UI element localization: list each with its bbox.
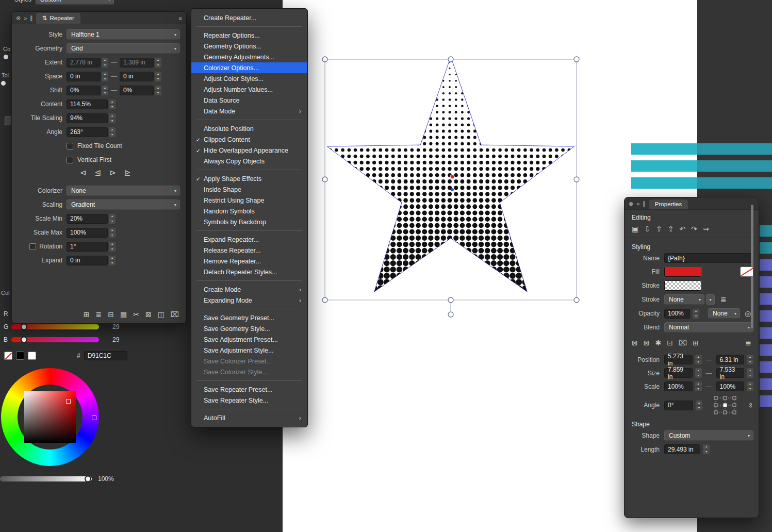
stepper-up-icon[interactable]: ▴ xyxy=(693,309,699,314)
anchor-center[interactable] xyxy=(724,404,727,407)
transparency-icon[interactable]: ◎ xyxy=(745,310,751,317)
menu-item-colorizer-options[interactable]: Colorizer Options... xyxy=(191,62,307,73)
stepper-down-icon[interactable]: ▾ xyxy=(693,314,699,319)
swatch-bar[interactable] xyxy=(760,378,772,390)
collapse-panel-icon[interactable]: » xyxy=(636,198,639,209)
geometry-dropdown[interactable]: Grid ▾ xyxy=(67,43,180,54)
position-x-field[interactable]: 5.273 in xyxy=(664,355,693,364)
stepper-up-icon[interactable]: ▴ xyxy=(109,127,116,132)
space-y-field[interactable]: 0 in xyxy=(120,72,154,81)
selection-handle-rotation[interactable] xyxy=(448,312,453,317)
menu-item-expanding-mode[interactable]: Expanding Mode› xyxy=(191,295,307,306)
stepper-up-icon[interactable]: ▴ xyxy=(695,381,702,387)
style-dropdown[interactable]: Halftone 1 ▾ xyxy=(67,29,180,40)
menu-item-detach-repeater-styles[interactable]: Detach Repeater Styles... xyxy=(191,267,307,277)
hex-input[interactable]: D91C1C xyxy=(84,351,127,360)
size-x-stepper[interactable]: ▴▾ xyxy=(695,368,702,378)
menu-item-save-geometry-style[interactable]: Save Geometry Style... xyxy=(191,323,307,334)
menu-item-adjust-number-values[interactable]: Adjust Number Values... xyxy=(191,84,307,95)
scale-y-stepper[interactable]: ▴▾ xyxy=(747,381,753,391)
styles-dropdown[interactable]: Custom ▾ xyxy=(36,0,114,5)
tile-scaling-stepper[interactable]: ▴▾ xyxy=(109,113,116,123)
expand-bounds-icon[interactable]: ⊠ xyxy=(145,311,152,318)
menu-item-data-mode[interactable]: Data Mode› xyxy=(191,106,307,117)
center-marker[interactable] xyxy=(451,188,454,191)
color-wheel[interactable] xyxy=(1,368,99,466)
selection-handle-bottom-left[interactable] xyxy=(322,297,327,303)
swatch-bar[interactable] xyxy=(760,259,772,271)
radio-knob-icon[interactable] xyxy=(3,54,9,60)
stepper-up-icon[interactable]: ▴ xyxy=(109,99,116,105)
shift-y-stepper[interactable]: ▴▾ xyxy=(155,86,161,95)
stepper-up-icon[interactable]: ▴ xyxy=(109,228,116,233)
color-opacity-slider[interactable] xyxy=(0,476,92,481)
add-repeater-icon[interactable]: ⊞ xyxy=(84,311,90,318)
stepper-down-icon[interactable]: ▾ xyxy=(155,63,161,68)
scale-min-field[interactable]: 20% xyxy=(67,214,108,224)
swatch-bar[interactable] xyxy=(760,395,772,407)
delete-style-icon[interactable]: ⌧ xyxy=(679,339,687,346)
selection-handle-bottom-center[interactable] xyxy=(448,297,453,303)
teal-swatch-bar[interactable] xyxy=(631,143,772,155)
no-color-swatch[interactable] xyxy=(4,352,12,360)
stepper-up-icon[interactable]: ▴ xyxy=(109,113,116,119)
panel-menu-icon[interactable]: ≡ xyxy=(179,12,182,24)
shift-y-field[interactable]: 0% xyxy=(120,86,154,95)
opacity-stepper[interactable]: ▴▾ xyxy=(693,309,699,319)
stepper-down-icon[interactable]: ▾ xyxy=(102,63,108,68)
stepper-down-icon[interactable]: ▾ xyxy=(109,132,116,137)
scaling-dropdown[interactable]: Gradient ▾ xyxy=(67,200,180,210)
angle-field[interactable]: 263° xyxy=(67,127,108,137)
delete-icon[interactable]: ⌧ xyxy=(171,311,179,318)
fill-color-swatch[interactable] xyxy=(664,267,701,277)
extent-x-stepper[interactable]: ▴▾ xyxy=(102,58,108,68)
menu-item-save-adjustment-style[interactable]: Save Adjustment Style... xyxy=(191,345,307,356)
stepper-down-icon[interactable]: ▾ xyxy=(102,91,108,95)
menu-item-random-symbols[interactable]: Random Symbols xyxy=(191,206,307,217)
menu-item-create-mode[interactable]: Create Mode› xyxy=(191,284,307,295)
clear-fill-icon[interactable]: ⊠ xyxy=(632,339,638,346)
stepper-up-icon[interactable]: ▴ xyxy=(102,58,108,63)
length-field[interactable]: 29.493 in xyxy=(664,444,700,454)
redo-icon[interactable]: ↷ xyxy=(691,225,697,232)
shape-dropdown[interactable]: Custom ▾ xyxy=(664,430,753,441)
size-y-stepper[interactable]: ▴▾ xyxy=(747,368,753,378)
tab-repeater[interactable]: ⇅ Repeater xyxy=(36,13,80,24)
content-stepper[interactable]: ▴▾ xyxy=(109,99,116,109)
menu-item-geometry-options[interactable]: Geometry Options... xyxy=(191,41,307,52)
menu-item-release-repeater[interactable]: Release Repeater... xyxy=(191,245,307,256)
effect-dropdown[interactable]: None ▾ xyxy=(708,308,740,319)
copy-style-icon[interactable]: ⊟ xyxy=(108,311,114,318)
stepper-down-icon[interactable]: ▾ xyxy=(747,387,753,391)
scale-max-stepper[interactable]: ▴▾ xyxy=(109,228,116,238)
swatch-bar[interactable] xyxy=(760,361,772,373)
clear-stroke-icon[interactable]: ⊠ xyxy=(644,339,650,346)
stepper-down-icon[interactable]: ▾ xyxy=(109,119,116,123)
rotation-field[interactable]: 1° xyxy=(67,242,108,252)
undo-icon[interactable]: ↶ xyxy=(679,225,685,232)
name-field[interactable]: {Path} xyxy=(664,253,753,263)
stepper-down-icon[interactable]: ▾ xyxy=(703,450,710,454)
vertical-first-checkbox[interactable] xyxy=(67,157,73,163)
stepper-up-icon[interactable]: ▴ xyxy=(155,72,161,77)
scale-x-stepper[interactable]: ▴▾ xyxy=(695,381,702,391)
stepper-down-icon[interactable]: ▾ xyxy=(109,105,116,109)
length-stepper[interactable]: ▴▾ xyxy=(703,444,710,454)
expand-stepper[interactable]: ▴▾ xyxy=(109,256,116,265)
swatch-bar[interactable] xyxy=(760,327,772,339)
teal-swatch-bar[interactable] xyxy=(631,177,772,189)
menu-item-clipped-content[interactable]: ✓Clipped Content xyxy=(191,134,307,145)
redo-all-icon[interactable]: ⇝ xyxy=(703,225,709,232)
selection-handle-top-right[interactable] xyxy=(574,57,579,62)
stepper-down-icon[interactable]: ▾ xyxy=(696,406,702,410)
angle-stepper[interactable]: ▴▾ xyxy=(696,401,702,410)
position-x-stepper[interactable]: ▴▾ xyxy=(695,355,702,364)
stroke-options-icon[interactable]: ≣ xyxy=(720,296,727,303)
menu-item-absolute-position[interactable]: Absolute Position xyxy=(191,123,307,134)
menu-item-create-repeater[interactable]: Create Repeater... xyxy=(191,12,307,23)
green-slider[interactable] xyxy=(11,324,99,329)
stepper-up-icon[interactable]: ▴ xyxy=(109,256,116,261)
stepper-down-icon[interactable]: ▾ xyxy=(747,373,753,378)
no-fill-button[interactable] xyxy=(740,267,753,277)
menu-item-geometry-adjustments[interactable]: Geometry Adjustments... xyxy=(191,52,307,62)
